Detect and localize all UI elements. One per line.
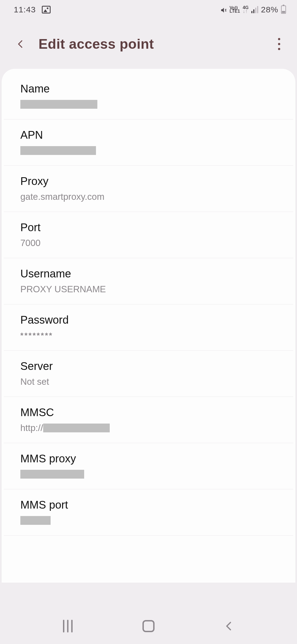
recents-button[interactable] — [60, 618, 76, 634]
setting-row-mms-port[interactable]: MMS port — [4, 489, 293, 536]
system-back-button[interactable] — [221, 618, 237, 634]
setting-label: Server — [20, 360, 277, 372]
vibrate-mute-icon — [220, 6, 227, 13]
system-nav-bar — [0, 608, 297, 644]
more-vertical-icon — [278, 37, 280, 51]
setting-row-port[interactable]: Port7000 — [4, 212, 293, 258]
home-button[interactable] — [140, 618, 157, 634]
signal-strength-icon — [251, 6, 258, 13]
setting-value — [20, 469, 277, 480]
chevron-left-icon — [224, 621, 235, 632]
setting-label: Password — [20, 314, 277, 326]
setting-row-name[interactable]: Name — [4, 77, 293, 119]
setting-row-mmsc[interactable]: MMSChttp:// — [4, 397, 293, 443]
redacted-block — [20, 146, 96, 155]
battery-percentage: 28% — [261, 5, 278, 14]
volte-icon: Vo))LTE1 — [230, 6, 240, 13]
setting-value — [20, 145, 277, 156]
setting-row-apn[interactable]: APN — [4, 119, 293, 166]
setting-value: gate.smartproxy.com — [20, 191, 277, 202]
setting-value: PROXY USERNAME — [20, 284, 277, 295]
setting-value — [20, 515, 277, 526]
setting-label: MMS proxy — [20, 452, 277, 465]
setting-label: Username — [20, 268, 277, 280]
setting-value — [20, 99, 277, 110]
redacted-block — [43, 424, 110, 432]
setting-row-username[interactable]: UsernamePROXY USERNAME — [4, 258, 293, 304]
setting-value: 7000 — [20, 238, 277, 249]
page-title: Edit access point — [38, 36, 261, 52]
network-4g-icon: 4G↓↑ — [243, 6, 249, 13]
image-notification-icon — [42, 6, 51, 13]
more-options-button[interactable] — [270, 34, 289, 54]
setting-row-password[interactable]: Password******** — [4, 304, 293, 351]
redacted-block — [20, 516, 51, 525]
battery-icon — [281, 6, 286, 14]
setting-row-mms-proxy[interactable]: MMS proxy — [4, 443, 293, 489]
settings-card: NameAPNProxygate.smartproxy.comPort7000U… — [2, 69, 295, 583]
status-bar: 11:43 Vo))LTE1 4G↓↑ 28% — [0, 0, 297, 19]
redacted-block — [20, 470, 84, 479]
setting-label: Name — [20, 83, 277, 95]
setting-value: http:// — [20, 422, 277, 433]
setting-value: ******** — [20, 330, 277, 341]
chevron-left-icon — [16, 39, 26, 49]
setting-row-server[interactable]: ServerNot set — [4, 351, 293, 397]
home-icon — [142, 620, 155, 632]
mmsc-prefix: http:// — [20, 423, 43, 433]
setting-label: Port — [20, 221, 277, 234]
redacted-block — [20, 100, 97, 109]
setting-label: APN — [20, 129, 277, 141]
recents-icon — [63, 620, 73, 632]
setting-value: Not set — [20, 376, 277, 387]
setting-label: MMS port — [20, 499, 277, 511]
setting-label: Proxy — [20, 175, 277, 187]
status-right: Vo))LTE1 4G↓↑ 28% — [220, 5, 286, 14]
setting-label: MMSC — [20, 406, 277, 419]
status-left: 11:43 — [14, 5, 51, 14]
back-button[interactable] — [11, 34, 30, 54]
app-bar: Edit access point — [0, 19, 297, 69]
setting-row-proxy[interactable]: Proxygate.smartproxy.com — [4, 166, 293, 212]
status-time: 11:43 — [14, 5, 36, 14]
